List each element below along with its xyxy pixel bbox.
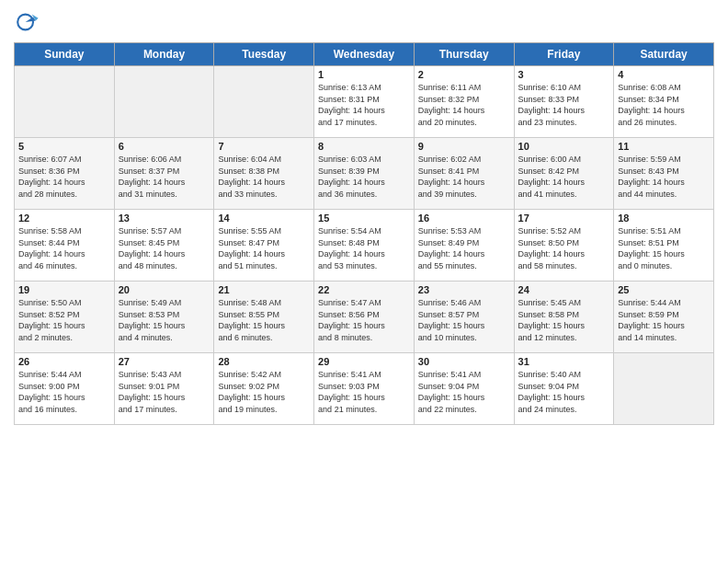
day-number: 10 — [518, 141, 610, 152]
day-info: Sunrise: 5:41 AM Sunset: 9:04 PM Dayligh… — [418, 369, 510, 415]
day-info: Sunrise: 6:04 AM Sunset: 8:38 PM Dayligh… — [218, 154, 310, 200]
calendar-cell: 23Sunrise: 5:46 AM Sunset: 8:57 PM Dayli… — [414, 282, 514, 353]
day-info: Sunrise: 5:55 AM Sunset: 8:47 PM Dayligh… — [218, 225, 310, 271]
logo-icon — [14, 9, 40, 35]
day-number: 21 — [218, 284, 310, 295]
day-number: 29 — [318, 356, 410, 367]
day-number: 9 — [418, 141, 510, 152]
calendar-cell: 27Sunrise: 5:43 AM Sunset: 9:01 PM Dayli… — [114, 353, 214, 425]
day-number: 23 — [418, 284, 510, 295]
calendar-cell: 9Sunrise: 6:02 AM Sunset: 8:41 PM Daylig… — [414, 138, 514, 210]
day-info: Sunrise: 5:48 AM Sunset: 8:55 PM Dayligh… — [218, 297, 310, 343]
day-number: 25 — [618, 284, 710, 295]
day-number: 5 — [18, 141, 110, 152]
day-number: 19 — [18, 284, 110, 295]
day-number: 17 — [518, 213, 610, 224]
column-header-friday: Friday — [514, 43, 614, 66]
day-number: 15 — [318, 213, 410, 224]
day-number: 3 — [518, 69, 610, 80]
day-number: 4 — [618, 69, 710, 80]
day-info: Sunrise: 6:08 AM Sunset: 8:34 PM Dayligh… — [618, 82, 710, 128]
day-number: 24 — [518, 284, 610, 295]
page: SundayMondayTuesdayWednesdayThursdayFrid… — [0, 0, 728, 563]
calendar-cell: 29Sunrise: 5:41 AM Sunset: 9:03 PM Dayli… — [314, 353, 415, 425]
day-info: Sunrise: 6:13 AM Sunset: 8:31 PM Dayligh… — [318, 82, 410, 128]
day-info: Sunrise: 6:00 AM Sunset: 8:42 PM Dayligh… — [518, 154, 610, 200]
day-number: 26 — [18, 356, 110, 367]
calendar-cell — [15, 66, 115, 138]
day-info: Sunrise: 5:42 AM Sunset: 9:02 PM Dayligh… — [218, 369, 310, 415]
day-info: Sunrise: 5:57 AM Sunset: 8:45 PM Dayligh… — [119, 225, 210, 271]
day-number: 1 — [318, 69, 410, 80]
day-info: Sunrise: 5:41 AM Sunset: 9:03 PM Dayligh… — [318, 369, 410, 415]
header — [14, 9, 714, 35]
calendar-cell: 12Sunrise: 5:58 AM Sunset: 8:44 PM Dayli… — [15, 210, 115, 282]
column-header-saturday: Saturday — [614, 43, 714, 66]
day-info: Sunrise: 5:49 AM Sunset: 8:53 PM Dayligh… — [119, 297, 210, 343]
calendar-cell: 3Sunrise: 6:10 AM Sunset: 8:33 PM Daylig… — [514, 66, 614, 138]
logo — [14, 9, 43, 35]
day-number: 16 — [418, 213, 510, 224]
calendar-cell: 26Sunrise: 5:44 AM Sunset: 9:00 PM Dayli… — [15, 353, 115, 425]
calendar-cell: 28Sunrise: 5:42 AM Sunset: 9:02 PM Dayli… — [214, 353, 314, 425]
day-number: 27 — [119, 356, 210, 367]
calendar-cell: 21Sunrise: 5:48 AM Sunset: 8:55 PM Dayli… — [214, 282, 314, 353]
day-info: Sunrise: 6:03 AM Sunset: 8:39 PM Dayligh… — [318, 154, 410, 200]
day-info: Sunrise: 5:44 AM Sunset: 8:59 PM Dayligh… — [618, 297, 710, 343]
calendar-cell: 13Sunrise: 5:57 AM Sunset: 8:45 PM Dayli… — [114, 210, 214, 282]
calendar-week-0: 1Sunrise: 6:13 AM Sunset: 8:31 PM Daylig… — [15, 66, 714, 138]
calendar-cell: 19Sunrise: 5:50 AM Sunset: 8:52 PM Dayli… — [15, 282, 115, 353]
calendar-cell: 15Sunrise: 5:54 AM Sunset: 8:48 PM Dayli… — [314, 210, 415, 282]
day-info: Sunrise: 5:59 AM Sunset: 8:43 PM Dayligh… — [618, 154, 710, 200]
day-number: 22 — [318, 284, 410, 295]
day-info: Sunrise: 5:44 AM Sunset: 9:00 PM Dayligh… — [18, 369, 110, 415]
calendar-cell: 14Sunrise: 5:55 AM Sunset: 8:47 PM Dayli… — [214, 210, 314, 282]
calendar-cell: 20Sunrise: 5:49 AM Sunset: 8:53 PM Dayli… — [114, 282, 214, 353]
calendar-cell: 31Sunrise: 5:40 AM Sunset: 9:04 PM Dayli… — [514, 353, 614, 425]
calendar-week-3: 19Sunrise: 5:50 AM Sunset: 8:52 PM Dayli… — [15, 282, 714, 353]
calendar-cell: 11Sunrise: 5:59 AM Sunset: 8:43 PM Dayli… — [614, 138, 714, 210]
calendar-cell: 25Sunrise: 5:44 AM Sunset: 8:59 PM Dayli… — [614, 282, 714, 353]
calendar-cell: 7Sunrise: 6:04 AM Sunset: 8:38 PM Daylig… — [214, 138, 314, 210]
day-number: 20 — [119, 284, 210, 295]
day-info: Sunrise: 6:10 AM Sunset: 8:33 PM Dayligh… — [518, 82, 610, 128]
day-number: 18 — [618, 213, 710, 224]
calendar-cell — [114, 66, 214, 138]
calendar-cell: 5Sunrise: 6:07 AM Sunset: 8:36 PM Daylig… — [15, 138, 115, 210]
column-header-sunday: Sunday — [15, 43, 115, 66]
calendar-cell: 24Sunrise: 5:45 AM Sunset: 8:58 PM Dayli… — [514, 282, 614, 353]
day-info: Sunrise: 6:07 AM Sunset: 8:36 PM Dayligh… — [18, 154, 110, 200]
day-number: 2 — [418, 69, 510, 80]
day-info: Sunrise: 5:40 AM Sunset: 9:04 PM Dayligh… — [518, 369, 610, 415]
day-info: Sunrise: 5:51 AM Sunset: 8:51 PM Dayligh… — [618, 225, 710, 271]
calendar-header-row: SundayMondayTuesdayWednesdayThursdayFrid… — [15, 43, 714, 66]
day-number: 8 — [318, 141, 410, 152]
column-header-monday: Monday — [114, 43, 214, 66]
day-info: Sunrise: 5:50 AM Sunset: 8:52 PM Dayligh… — [18, 297, 110, 343]
day-info: Sunrise: 5:45 AM Sunset: 8:58 PM Dayligh… — [518, 297, 610, 343]
calendar-cell: 30Sunrise: 5:41 AM Sunset: 9:04 PM Dayli… — [414, 353, 514, 425]
day-number: 11 — [618, 141, 710, 152]
day-number: 7 — [218, 141, 310, 152]
calendar-cell: 8Sunrise: 6:03 AM Sunset: 8:39 PM Daylig… — [314, 138, 415, 210]
day-number: 30 — [418, 356, 510, 367]
calendar-cell — [214, 66, 314, 138]
calendar-cell: 10Sunrise: 6:00 AM Sunset: 8:42 PM Dayli… — [514, 138, 614, 210]
day-number: 13 — [119, 213, 210, 224]
calendar-cell: 1Sunrise: 6:13 AM Sunset: 8:31 PM Daylig… — [314, 66, 415, 138]
day-number: 12 — [18, 213, 110, 224]
day-number: 6 — [119, 141, 210, 152]
day-info: Sunrise: 5:58 AM Sunset: 8:44 PM Dayligh… — [18, 225, 110, 271]
calendar-cell: 2Sunrise: 6:11 AM Sunset: 8:32 PM Daylig… — [414, 66, 514, 138]
column-header-thursday: Thursday — [414, 43, 514, 66]
column-header-tuesday: Tuesday — [214, 43, 314, 66]
calendar-week-4: 26Sunrise: 5:44 AM Sunset: 9:00 PM Dayli… — [15, 353, 714, 425]
calendar-table: SundayMondayTuesdayWednesdayThursdayFrid… — [14, 42, 714, 425]
calendar-cell: 4Sunrise: 6:08 AM Sunset: 8:34 PM Daylig… — [614, 66, 714, 138]
calendar-week-2: 12Sunrise: 5:58 AM Sunset: 8:44 PM Dayli… — [15, 210, 714, 282]
calendar-cell — [614, 353, 714, 425]
day-info: Sunrise: 5:46 AM Sunset: 8:57 PM Dayligh… — [418, 297, 510, 343]
day-info: Sunrise: 6:11 AM Sunset: 8:32 PM Dayligh… — [418, 82, 510, 128]
day-info: Sunrise: 5:53 AM Sunset: 8:49 PM Dayligh… — [418, 225, 510, 271]
day-info: Sunrise: 5:52 AM Sunset: 8:50 PM Dayligh… — [518, 225, 610, 271]
